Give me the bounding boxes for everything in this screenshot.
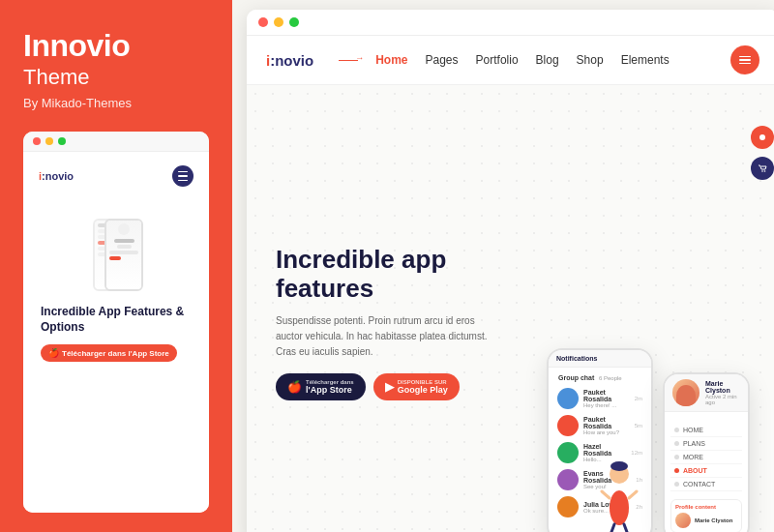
mini-appstore-label: Télécharger dans l'App Store xyxy=(62,349,169,358)
big-logo: i:novio xyxy=(266,52,313,69)
svg-line-6 xyxy=(602,491,610,498)
nav-item-pages[interactable]: Pages xyxy=(426,53,459,67)
nav-item-shop[interactable]: Shop xyxy=(577,53,604,67)
menu-item-more[interactable]: MORE xyxy=(670,451,742,464)
appstore-top-label: Télécharger dans xyxy=(306,379,354,385)
menu-dot xyxy=(674,482,679,487)
svg-point-1 xyxy=(761,170,763,172)
brand-title-text: Innovio xyxy=(23,28,130,63)
googleplay-main-label: Google Play xyxy=(398,385,448,395)
googleplay-button[interactable]: ▶ DISPONIBLE SUR Google Play xyxy=(373,373,460,400)
avatar xyxy=(557,469,579,490)
hero-phones: Notifications Group chat 6 People Pauket… xyxy=(547,348,750,532)
svg-point-5 xyxy=(610,461,628,471)
brand-by: By Mikado-Themes xyxy=(23,96,209,110)
browser-dot-red xyxy=(258,17,268,27)
hero-text: Incredible app features Suspendisse pote… xyxy=(276,246,498,400)
chat-info: Pauket Rosalida Hey there! ... xyxy=(583,389,630,408)
chat-preview: Hey there! ... xyxy=(583,402,630,408)
mini-screen-line xyxy=(109,251,138,254)
profile-mini-name: Marie Clyston xyxy=(695,517,732,523)
svg-point-3 xyxy=(610,490,629,525)
hero-buttons: 🍎 Télécharger dans l'App Store ▶ DISPONI… xyxy=(276,373,498,400)
menu-item-home[interactable]: HOME xyxy=(670,424,742,437)
svg-point-2 xyxy=(764,170,766,172)
appstore-button[interactable]: 🍎 Télécharger dans l'App Store xyxy=(276,373,366,400)
hero-title-line1: Incredible app xyxy=(276,245,446,274)
menu-item-plans[interactable]: PLANS xyxy=(670,437,742,451)
avatar xyxy=(557,388,579,409)
nav-item-home[interactable]: Home xyxy=(375,53,407,67)
menu-label: HOME xyxy=(683,427,703,433)
hamburger-icon xyxy=(739,54,751,67)
avatar xyxy=(557,415,579,436)
profile-link-area[interactable]: Profile content Marie Clyston xyxy=(670,499,742,532)
appstore-main-label: l'App Store xyxy=(306,385,354,395)
profile-avatar-small xyxy=(672,379,700,406)
hero-title-line2: features xyxy=(276,274,373,303)
chat-time: 5m xyxy=(635,423,642,429)
mini-screen-line xyxy=(114,239,134,243)
side-icons xyxy=(751,126,774,180)
mini-dot-red xyxy=(33,137,41,145)
browser-dot-green xyxy=(289,17,299,27)
nav-hamburger-button[interactable] xyxy=(730,45,759,74)
hero-description: Suspendisse potenti. Proin rutrum arcu i… xyxy=(276,313,498,360)
menu-label: MORE xyxy=(683,454,703,460)
profile-name: Marie Clyston xyxy=(705,380,740,394)
mini-hero-text: Incredible App Features & Options xyxy=(33,297,199,339)
mini-dot-yellow xyxy=(45,137,53,145)
mini-logo: i:novio xyxy=(39,170,74,182)
menu-label: CONTACT xyxy=(683,481,715,488)
menu-dot xyxy=(674,428,679,432)
nav-arrow xyxy=(339,60,358,61)
profile-menu: HOME PLANS MORE xyxy=(670,424,742,491)
profile-sub: Active 2 min ago xyxy=(705,394,740,405)
profile-mini-avatar xyxy=(675,513,691,528)
group-label: Group chat xyxy=(558,374,594,381)
side-phone-header: Marie Clyston Active 2 min ago xyxy=(665,374,748,412)
svg-point-0 xyxy=(759,134,765,140)
mini-dot-green xyxy=(58,137,66,145)
appstore-label: Télécharger dans l'App Store xyxy=(306,379,354,395)
menu-item-contact[interactable]: CONTACT xyxy=(670,478,742,491)
side-icon-share[interactable] xyxy=(751,126,774,149)
mini-browser-card: i:novio xyxy=(23,132,209,513)
apple-icon: 🍎 xyxy=(287,380,302,394)
browser-dot-yellow xyxy=(274,17,283,27)
mini-appstore-button[interactable]: 🍎 Télécharger dans l'App Store xyxy=(41,344,177,362)
character-illustration xyxy=(600,455,639,532)
mini-phone-front xyxy=(104,219,143,291)
brand-title: Innovio xyxy=(23,29,209,63)
nav-item-portfolio[interactable]: Portfolio xyxy=(476,53,519,67)
mini-screen-line-accent xyxy=(109,256,121,260)
big-browser-bar xyxy=(247,10,774,36)
brand-subtitle: Theme xyxy=(23,65,209,90)
big-browser: i:novio Home Pages Portfolio Blog Shop E… xyxy=(247,10,774,532)
notifications-title: Notifications xyxy=(556,355,643,362)
profile-mini-info: Marie Clyston xyxy=(695,517,732,523)
menu-label: PLANS xyxy=(683,440,705,447)
avatar xyxy=(557,442,579,463)
googleplay-label: DISPONIBLE SUR Google Play xyxy=(398,379,448,395)
menu-item-about[interactable]: ABOUT xyxy=(670,464,742,478)
chat-name: Pauket Rosalida xyxy=(583,389,630,402)
mini-phone-screen-front xyxy=(106,221,141,289)
mini-browser-bar xyxy=(23,132,209,152)
mini-hero-title: Incredible App Features & Options xyxy=(41,305,192,335)
left-panel: Innovio Theme By Mikado-Themes i:novio xyxy=(0,0,232,532)
nav-arrow-line xyxy=(339,60,358,61)
svg-line-9 xyxy=(624,524,627,532)
mini-hamburger-icon[interactable] xyxy=(172,165,194,187)
side-phone-mockup: Marie Clyston Active 2 min ago HOME xyxy=(663,372,750,532)
side-icon-cart[interactable] xyxy=(751,157,774,180)
chat-row: Pauket Rosalida How are you? 5m xyxy=(554,412,645,439)
googleplay-top-label: DISPONIBLE SUR xyxy=(398,379,448,385)
avatar xyxy=(557,496,579,517)
group-chat-label: Group chat 6 People xyxy=(554,372,645,383)
nav-item-elements[interactable]: Elements xyxy=(621,53,670,67)
apple-icon: 🍎 xyxy=(48,348,59,358)
character-svg xyxy=(600,455,639,532)
mini-phones-area xyxy=(33,194,199,291)
nav-item-blog[interactable]: Blog xyxy=(536,53,559,67)
